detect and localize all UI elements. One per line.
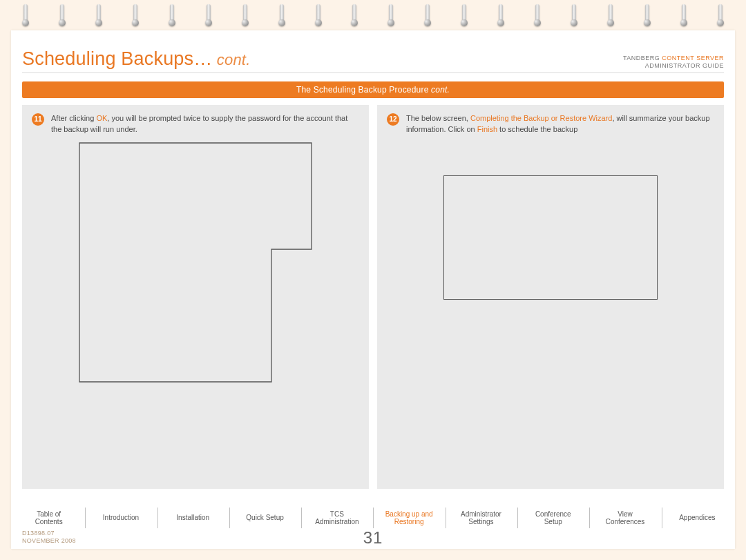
wizard-screenshot-placeholder — [443, 175, 658, 300]
tab-label-line2: Settings — [468, 518, 493, 526]
binder-ring-icon — [496, 4, 506, 30]
dialog-outline-placeholder — [79, 142, 312, 383]
step-12: 12 The below screen, Completing the Back… — [387, 113, 714, 135]
tab-label-line1: Introduction — [103, 514, 139, 522]
step-number-11-icon: 11 — [32, 113, 44, 126]
content-columns: 11 After clicking OK, you will be prompt… — [22, 105, 724, 489]
nav-tab[interactable]: Installation — [157, 508, 228, 528]
tab-label-line1: Table of — [37, 510, 61, 519]
page-number: 31 — [11, 528, 735, 548]
binder-ring-icon — [569, 4, 579, 30]
binder-ring-icon — [21, 4, 30, 30]
tab-label-line1: Installation — [176, 514, 209, 522]
step-11: 11 After clicking OK, you will be prompt… — [32, 113, 359, 135]
tab-label-line1: Conference — [535, 510, 571, 519]
column-right: 12 The below screen, Completing the Back… — [377, 105, 724, 489]
tab-label-line2: Setup — [544, 518, 562, 526]
binder-ring-icon — [131, 4, 140, 30]
page-header: Scheduling Backups… cont. TANDBERG CONTE… — [22, 48, 724, 73]
binder-ring-icon — [459, 4, 469, 30]
binder-ring-icon — [314, 4, 323, 30]
nav-tabs: Table ofContentsIntroductionInstallation… — [14, 508, 732, 528]
tab-label-line2: Restoring — [394, 518, 424, 526]
section-text: The Scheduling Backup Procedure — [296, 85, 431, 95]
binder-ring-icon — [386, 4, 396, 30]
nav-tab[interactable]: Backing up andRestoring — [373, 508, 443, 528]
nav-tab[interactable]: Introduction — [85, 508, 155, 528]
title-cont: cont. — [212, 51, 250, 68]
tab-label-line1: Quick Setup — [246, 514, 283, 522]
tab-label-line2: Conferences — [606, 518, 645, 526]
nav-tab[interactable]: Appendices — [662, 508, 732, 528]
title-main: Scheduling Backups… — [22, 48, 212, 69]
nav-tab[interactable]: ViewConferences — [589, 508, 660, 528]
nav-tab[interactable]: ConferenceSetup — [517, 508, 588, 528]
binder-ring-icon — [423, 4, 432, 30]
nav-tab[interactable]: AdministratorSettings — [446, 508, 516, 528]
tab-label-line1: Appendices — [679, 514, 715, 522]
nav-tab[interactable]: Quick Setup — [229, 508, 300, 528]
binder-ring-icon — [350, 4, 359, 30]
tab-label-line1: Backing up and — [385, 510, 433, 519]
binder-ring-icon — [57, 4, 67, 30]
nav-tab[interactable]: Table ofContents — [14, 508, 84, 528]
tab-label-line1: Administrator — [461, 510, 501, 519]
tab-label-line1: View — [618, 510, 633, 519]
brand-orange: CONTENT SERVER — [662, 55, 724, 61]
binder-ring-icon — [94, 4, 104, 30]
binder-ring-icon — [642, 4, 652, 30]
nav-tab[interactable]: TCSAdministration — [301, 508, 372, 528]
brand-sub: ADMINISTRATOR GUIDE — [623, 62, 724, 70]
spiral-binders — [8, 0, 738, 39]
page-title: Scheduling Backups… cont. — [22, 48, 250, 70]
binder-ring-icon — [716, 4, 725, 30]
tab-label-line1: TCS — [330, 510, 344, 519]
step-11-text: After clicking OK, you will be prompted … — [51, 113, 359, 135]
binder-ring-icon — [277, 4, 287, 30]
tab-label-line2: Contents — [35, 518, 63, 526]
binder-ring-icon — [533, 4, 542, 30]
step-number-12-icon: 12 — [387, 113, 399, 126]
header-brand: TANDBERG CONTENT SERVER ADMINISTRATOR GU… — [623, 55, 724, 70]
tab-label-line2: Administration — [315, 518, 358, 526]
document-page: Scheduling Backups… cont. TANDBERG CONTE… — [11, 30, 735, 549]
step-12-text: The below screen, Completing the Backup … — [406, 113, 714, 135]
binder-ring-icon — [679, 4, 689, 30]
section-bar: The Scheduling Backup Procedure cont. — [22, 81, 724, 98]
binder-ring-icon — [204, 4, 213, 30]
column-left: 11 After clicking OK, you will be prompt… — [22, 105, 369, 489]
binder-ring-icon — [167, 4, 177, 30]
brand-prefix: TANDBERG — [623, 55, 662, 61]
section-cont: cont. — [431, 85, 450, 95]
binder-ring-icon — [240, 4, 250, 30]
binder-ring-icon — [606, 4, 615, 30]
